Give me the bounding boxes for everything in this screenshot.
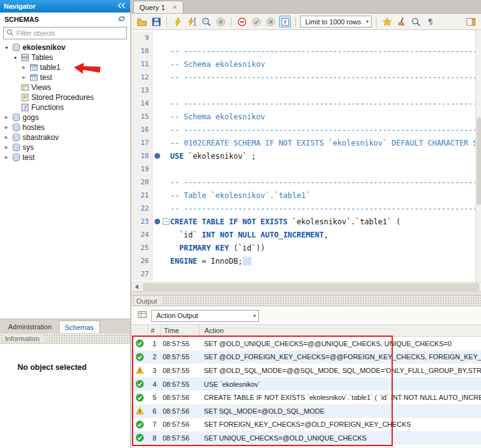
output-row[interactable]: 408:57:55USE `ekolesnikov` bbox=[131, 377, 481, 391]
commit-icon[interactable] bbox=[250, 16, 262, 27]
tree-item-hostes[interactable]: ▶hostes bbox=[0, 122, 130, 132]
autocommit-icon[interactable] bbox=[279, 16, 291, 27]
tree-item-test[interactable]: ▶test bbox=[0, 72, 130, 82]
find-icon[interactable] bbox=[410, 16, 422, 27]
editor-line-16[interactable]: 16-- -----------------------------------… bbox=[131, 123, 481, 136]
tree-item-sys[interactable]: ▶sys bbox=[0, 142, 130, 152]
output-row[interactable]: 208:57:55SET @OLD_FOREIGN_KEY_CHECKS=@@F… bbox=[131, 351, 481, 364]
tree-collapsed-arrow-icon[interactable]: ▶ bbox=[3, 155, 11, 160]
explain-icon[interactable] bbox=[200, 16, 212, 27]
code-text: -- Table `ekolesnikov`.`table1` bbox=[170, 191, 310, 200]
toolbar-separator bbox=[166, 17, 167, 27]
editor-line-12[interactable]: 12-- -----------------------------------… bbox=[131, 71, 481, 84]
chevron-down-icon: ▾ bbox=[253, 313, 256, 319]
save-script-icon[interactable] bbox=[150, 16, 162, 27]
editor-line-20[interactable]: 20-- -----------------------------------… bbox=[131, 176, 481, 189]
tree-collapsed-arrow-icon[interactable]: ▶ bbox=[3, 145, 11, 150]
output-rows: 108:57:55SET @OLD_UNIQUE_CHECKS=@@UNIQUE… bbox=[131, 337, 481, 448]
output-row[interactable]: 508:57:56CREATE TABLE IF NOT EXISTS `eko… bbox=[131, 391, 481, 404]
open-script-icon[interactable] bbox=[136, 16, 148, 27]
tree-collapsed-arrow-icon[interactable]: ▶ bbox=[3, 115, 11, 120]
tree-item-functions[interactable]: fFunctions bbox=[0, 102, 130, 112]
editor-line-25[interactable]: 25 PRIMARY KEY (`id`)) bbox=[131, 241, 481, 254]
output-row[interactable]: 808:57:56SET UNIQUE_CHECKS=@OLD_UNIQUE_C… bbox=[131, 431, 481, 445]
tree-collapsed-arrow-icon[interactable]: ▶ bbox=[20, 65, 28, 70]
editor-line-14[interactable]: 14-- -----------------------------------… bbox=[131, 97, 481, 110]
row-index: 5 bbox=[148, 394, 156, 401]
tree-item-table1[interactable]: ▶table1 bbox=[0, 62, 130, 72]
editor-line-18[interactable]: 18USE `ekolesnikov` ; bbox=[131, 149, 481, 162]
query-area: Query 1 × Limit to 1000 rows▾¶ 910-- ---… bbox=[131, 0, 481, 448]
status-column-header bbox=[131, 325, 148, 336]
collapse-panel-icon[interactable] bbox=[117, 2, 126, 10]
scrollbar-thumb[interactable] bbox=[143, 284, 479, 291]
execute-icon[interactable] bbox=[171, 16, 183, 27]
schema-tree: ▼ekolesnikov▼Tables▶table1▶testViewsStor… bbox=[0, 41, 130, 162]
success-icon bbox=[131, 421, 148, 429]
line-number: 25 bbox=[131, 241, 153, 254]
tree-item-stored-procedures[interactable]: Stored Procedures bbox=[0, 92, 130, 102]
editor-line-19[interactable]: 19 bbox=[131, 162, 481, 176]
editor-line-9[interactable]: 9 bbox=[131, 31, 481, 44]
code-text: -- Schema ekolesnikov bbox=[170, 112, 265, 121]
output-row[interactable]: 308:57:55SET @OLD_SQL_MODE=@@SQL_MODE, S… bbox=[131, 364, 481, 377]
scroll-left-button[interactable] bbox=[131, 282, 141, 291]
success-icon bbox=[131, 434, 148, 442]
tree-expanded-arrow-icon[interactable]: ▼ bbox=[3, 46, 11, 50]
tree-item-tables[interactable]: ▼Tables bbox=[0, 52, 130, 62]
tree-expanded-arrow-icon[interactable]: ▼ bbox=[11, 56, 19, 60]
output-row[interactable]: 708:57:56SET FOREIGN_KEY_CHECKS=@OLD_FOR… bbox=[131, 418, 481, 432]
toggle-panel-icon[interactable] bbox=[465, 16, 477, 27]
stop-icon[interactable] bbox=[215, 16, 226, 27]
tree-item-sbastrakov[interactable]: ▶sbastrakov bbox=[0, 132, 130, 142]
editor-line-23[interactable]: 23-CREATE TABLE IF NOT EXISTS `ekolesnik… bbox=[131, 215, 481, 228]
panel-splitter[interactable] bbox=[131, 291, 481, 296]
sidebar-tab-administration[interactable]: Administration bbox=[3, 321, 58, 333]
output-view-select[interactable]: Action Output ▾ bbox=[151, 310, 259, 322]
editor-horizontal-scrollbar[interactable] bbox=[131, 282, 481, 291]
statement-marker-icon bbox=[153, 153, 161, 159]
tree-item-label: sbastrakov bbox=[22, 133, 59, 142]
editor-line-10[interactable]: 10-- -----------------------------------… bbox=[131, 44, 481, 57]
editor-line-27[interactable]: 27 bbox=[131, 267, 481, 281]
close-tab-icon[interactable]: × bbox=[173, 4, 177, 11]
limit-rows-select[interactable]: Limit to 1000 rows▾ bbox=[300, 16, 372, 27]
editor-line-17[interactable]: 17-- 0102CREATE SCHEMA IF NOT EXISTS `ek… bbox=[131, 136, 481, 149]
editor-line-21[interactable]: 21-- Table `ekolesnikov`.`table1` bbox=[131, 189, 481, 202]
tab-query-1[interactable]: Query 1 × bbox=[133, 1, 183, 13]
code-text: -- -------------------------------------… bbox=[170, 73, 481, 82]
sidebar-tab-schemas[interactable]: Schemas bbox=[59, 321, 100, 333]
tree-collapsed-arrow-icon[interactable]: ▶ bbox=[20, 75, 28, 80]
tree-collapsed-arrow-icon[interactable]: ▶ bbox=[3, 135, 11, 140]
stop-on-error-icon[interactable] bbox=[236, 16, 248, 27]
filter-input[interactable] bbox=[16, 29, 124, 37]
save-snippet-icon[interactable] bbox=[381, 16, 393, 27]
scrollbar-thumb[interactable] bbox=[477, 117, 481, 205]
tree-collapsed-arrow-icon[interactable]: ▶ bbox=[3, 125, 11, 130]
refresh-schemas-icon[interactable] bbox=[118, 15, 126, 24]
fold-collapse-icon[interactable]: - bbox=[161, 218, 170, 225]
editor-line-24[interactable]: 24 `id` INT NOT NULL AUTO_INCREMENT, bbox=[131, 228, 481, 241]
tree-item-test[interactable]: ▶test bbox=[0, 152, 130, 162]
editor-line-22[interactable]: 22-- -----------------------------------… bbox=[131, 202, 481, 215]
editor-line-26[interactable]: 26ENGINE = InnoDB; bbox=[131, 254, 481, 267]
editor-line-13[interactable]: 13 bbox=[131, 84, 481, 97]
tree-item-ekolesnikov[interactable]: ▼ekolesnikov bbox=[0, 42, 130, 52]
schema-icon bbox=[11, 43, 22, 52]
beautify-icon[interactable] bbox=[395, 16, 407, 27]
tree-item-gogs[interactable]: ▶gogs bbox=[0, 112, 130, 122]
editor-tabbar: Query 1 × bbox=[131, 0, 481, 14]
statement-marker-icon bbox=[153, 219, 161, 224]
editor-line-11[interactable]: 11-- Schema ekolesnikov bbox=[131, 57, 481, 71]
output-row[interactable]: 108:57:55SET @OLD_UNIQUE_CHECKS=@@UNIQUE… bbox=[131, 337, 481, 351]
rollback-icon[interactable] bbox=[265, 16, 276, 27]
sql-editor[interactable]: 910-- ----------------------------------… bbox=[131, 30, 481, 282]
row-action: SET @OLD_FOREIGN_KEY_CHECKS=@@FOREIGN_KE… bbox=[198, 353, 481, 361]
output-row[interactable]: 608:57:56SET SQL_MODE=@OLD_SQL_MODE bbox=[131, 404, 481, 418]
tree-item-views[interactable]: Views bbox=[0, 82, 130, 92]
editor-line-15[interactable]: 15-- Schema ekolesnikov bbox=[131, 110, 481, 123]
editor-vertical-scrollbar[interactable] bbox=[475, 30, 481, 282]
invisibles-icon[interactable]: ¶ bbox=[424, 16, 436, 27]
index-column-header: # bbox=[148, 325, 160, 336]
execute-current-icon[interactable] bbox=[186, 16, 198, 27]
